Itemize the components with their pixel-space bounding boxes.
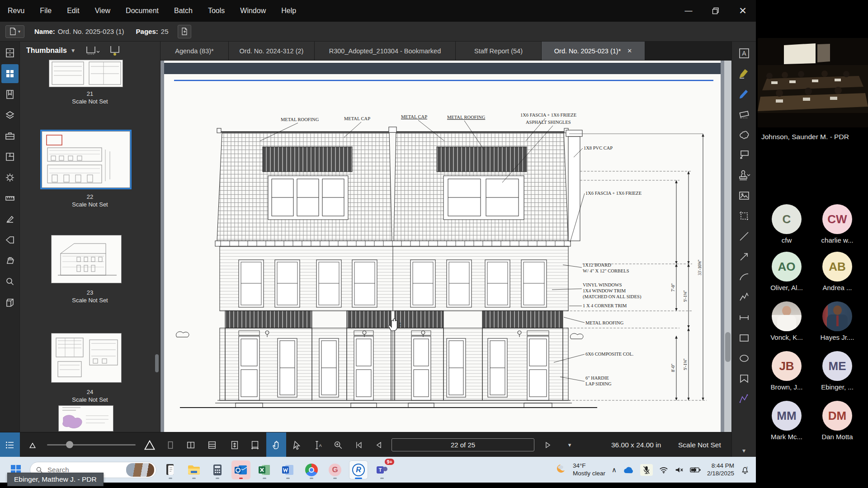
- taskbar-calculator[interactable]: [208, 460, 227, 479]
- first-page-button[interactable]: [349, 432, 368, 457]
- menu-batch[interactable]: Batch: [166, 7, 200, 15]
- participant-brown[interactable]: JB Brown, J...: [761, 351, 812, 391]
- previous-page-button[interactable]: [369, 432, 389, 457]
- select-tool-button[interactable]: [287, 432, 307, 457]
- eraser-tool[interactable]: [735, 105, 753, 123]
- document-scrollbar-thumb[interactable]: [725, 332, 731, 362]
- taskbar-app-notes[interactable]: [161, 460, 180, 479]
- participant-hayes[interactable]: Hayes Jr....: [812, 301, 863, 341]
- participant-cfw[interactable]: C cfw: [761, 204, 812, 244]
- cloud-tool[interactable]: [735, 126, 753, 144]
- tab-ord-2024-312[interactable]: Ord. No. 2024-312 (2): [229, 42, 315, 60]
- menu-edit[interactable]: Edit: [59, 7, 87, 15]
- zoom-tool-button[interactable]: [328, 432, 348, 457]
- participant-dan[interactable]: DM Dan Motta: [812, 401, 863, 441]
- insert-pages-button[interactable]: [178, 25, 191, 38]
- participant-mark[interactable]: MM Mark Mc...: [761, 401, 812, 441]
- scale-readout[interactable]: Scale Not Set: [678, 432, 721, 457]
- tab-agenda[interactable]: Agenda (83)*: [160, 42, 229, 60]
- zoom-in-step-button[interactable]: [139, 432, 160, 457]
- rectangle-tool[interactable]: [735, 329, 753, 347]
- menu-revu[interactable]: Revu: [0, 7, 32, 15]
- show-hidden-icons[interactable]: ∧: [612, 466, 617, 474]
- menu-tools[interactable]: Tools: [200, 7, 232, 15]
- restore-button[interactable]: [708, 4, 723, 18]
- callout-tool[interactable]: [735, 146, 753, 164]
- volume-muted-icon[interactable]: [675, 466, 684, 474]
- search-highlight-image[interactable]: [126, 463, 154, 477]
- spaces-panel-button[interactable]: [1, 147, 19, 166]
- perimeter-tool[interactable]: [735, 390, 753, 408]
- close-button[interactable]: ✕: [735, 4, 750, 18]
- tags-panel-button[interactable]: [1, 230, 19, 249]
- battery-icon[interactable]: [690, 467, 701, 473]
- fit-width-button[interactable]: [245, 432, 265, 457]
- image-tool[interactable]: [735, 187, 753, 205]
- polyline-tool[interactable]: [735, 288, 753, 306]
- next-page-button[interactable]: [538, 432, 558, 457]
- participant-andrea[interactable]: AB Andrea ...: [812, 252, 863, 291]
- thumbnail-page-21[interactable]: [49, 60, 123, 87]
- microphone-muted-icon[interactable]: [640, 464, 653, 476]
- menu-view[interactable]: View: [87, 7, 118, 15]
- thumbnails-scrollbar-thumb[interactable]: [155, 354, 159, 372]
- two-column-view-button[interactable]: [181, 432, 201, 457]
- signatures-panel-button[interactable]: [1, 210, 19, 229]
- taskbar-file-explorer[interactable]: [184, 460, 203, 479]
- file-access-button[interactable]: [1, 43, 19, 62]
- bookmarks-panel-button[interactable]: [1, 85, 19, 104]
- participant-oliver[interactable]: AO Oliver, Al...: [761, 252, 812, 291]
- pan-tool-button-active[interactable]: [266, 432, 286, 457]
- menu-help[interactable]: Help: [274, 7, 304, 15]
- zoom-slider-thumb[interactable]: [66, 441, 73, 448]
- search-panel-button[interactable]: [1, 272, 19, 291]
- arc-tool[interactable]: [735, 268, 753, 286]
- weather-widget[interactable]: 34°FMostly clear: [556, 462, 605, 478]
- participant-charlie[interactable]: CW charlie w...: [812, 204, 863, 244]
- toolbar-more-chevron-icon[interactable]: ▾: [742, 447, 745, 454]
- thumbnails-panel-button[interactable]: [1, 64, 19, 83]
- single-page-view-button[interactable]: [160, 432, 180, 457]
- thumbnail-page-25[interactable]: [58, 405, 113, 432]
- select-text-button[interactable]: A: [307, 432, 327, 457]
- multi-row-view-button[interactable]: [202, 432, 222, 457]
- fit-page-button[interactable]: [225, 432, 245, 457]
- text-box-tool[interactable]: A: [735, 44, 753, 62]
- measure-tool[interactable]: [735, 309, 753, 327]
- taskbar-revu-active[interactable]: R: [349, 460, 368, 479]
- taskbar-excel[interactable]: [255, 460, 274, 479]
- taskbar-g-app[interactable]: G: [326, 460, 344, 479]
- sets-panel-button[interactable]: [1, 251, 19, 270]
- thumbnail-page-24[interactable]: [51, 333, 122, 383]
- onedrive-icon[interactable]: [623, 466, 634, 474]
- taskbar-clock[interactable]: 8:44 PM 2/18/2025: [707, 462, 734, 478]
- menu-file[interactable]: File: [32, 7, 59, 15]
- tab-r300-adopted[interactable]: R300_Adopted_210304 - Bookmarked: [315, 42, 456, 60]
- page-menu-chevron[interactable]: ▾: [561, 432, 579, 457]
- zoom-out-step-button[interactable]: [24, 432, 42, 457]
- taskbar-teams[interactable]: T 9+: [373, 460, 392, 479]
- page-setup-button[interactable]: [109, 45, 121, 56]
- properties-panel-button[interactable]: [1, 168, 19, 187]
- tab-close-icon[interactable]: ✕: [627, 47, 632, 54]
- thumbnail-page-23[interactable]: [51, 235, 122, 283]
- links-panel-button[interactable]: [1, 293, 19, 312]
- page-layout-button[interactable]: [86, 46, 99, 56]
- highlighter-tool[interactable]: [735, 65, 753, 83]
- measurements-panel-button[interactable]: [1, 189, 19, 208]
- layers-panel-button[interactable]: [1, 106, 19, 125]
- speaker-video-tile[interactable]: [758, 38, 868, 127]
- chevron-down-icon[interactable]: ▼: [71, 47, 76, 54]
- toolchest-panel-button[interactable]: [1, 127, 19, 145]
- document-view[interactable]: 7'-0" 9'-1⅛" 8'-0" 9'-1⅛" 33'-10⅝": [160, 61, 724, 432]
- thumbnail-page-22-selected[interactable]: [42, 131, 130, 188]
- document-menu-button[interactable]: ▾: [5, 25, 24, 38]
- document-scrollbar[interactable]: [724, 61, 731, 432]
- arrow-tool[interactable]: [735, 248, 753, 266]
- ellipse-tool[interactable]: [735, 349, 753, 367]
- menu-window[interactable]: Window: [232, 7, 274, 15]
- line-tool[interactable]: [735, 227, 753, 245]
- polygon-tool[interactable]: [735, 370, 753, 388]
- notification-bell-icon[interactable]: z: [741, 465, 750, 474]
- wifi-icon[interactable]: [659, 466, 668, 474]
